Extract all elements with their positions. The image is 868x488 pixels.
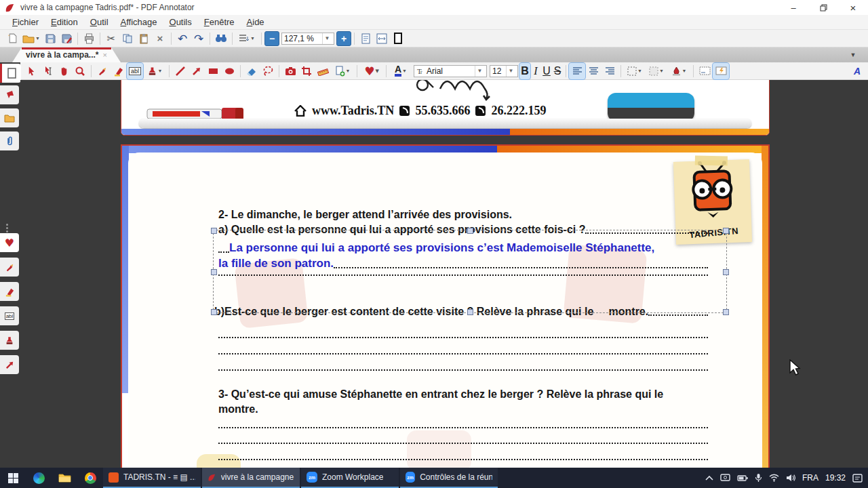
lasso-tool-button[interactable] bbox=[260, 63, 276, 79]
single-page-view-button[interactable] bbox=[390, 30, 406, 47]
fit-page-button[interactable] bbox=[357, 30, 374, 47]
selection-handle-bottom-left[interactable] bbox=[211, 309, 217, 315]
tab-list-dropdown-button[interactable]: ▼ bbox=[846, 49, 860, 60]
taskbar-window-tadris[interactable]: TADRIS.TN - ≡ ▤ ...قرن bbox=[103, 468, 201, 488]
tray-expand-chevron-icon[interactable] bbox=[705, 475, 713, 481]
strikethrough-button[interactable]: S bbox=[552, 63, 563, 79]
start-button[interactable] bbox=[0, 468, 26, 488]
italic-button[interactable]: I bbox=[530, 63, 541, 79]
menu-outil[interactable]: Outil bbox=[85, 16, 114, 28]
menu-fenetre[interactable]: Fenêtre bbox=[199, 16, 240, 28]
textbox-tool-button[interactable]: abl bbox=[127, 63, 143, 79]
underline-button[interactable]: U bbox=[541, 63, 552, 79]
align-center-button[interactable] bbox=[585, 63, 601, 79]
form-field-button[interactable] bbox=[696, 63, 713, 79]
microphone-icon[interactable] bbox=[755, 473, 762, 483]
chrome-taskbar-icon[interactable] bbox=[77, 468, 103, 488]
bold-button[interactable]: B bbox=[519, 63, 530, 79]
close-button[interactable]: × bbox=[838, 0, 868, 15]
new-document-button[interactable] bbox=[4, 30, 20, 47]
fit-width-button[interactable] bbox=[374, 30, 390, 47]
bookmarks-panel-tab[interactable] bbox=[0, 85, 19, 104]
cut-button[interactable]: ✂ bbox=[103, 30, 119, 47]
speaker-icon[interactable] bbox=[786, 474, 795, 482]
paste-button[interactable] bbox=[136, 30, 152, 47]
pages-panel-tab[interactable] bbox=[0, 64, 21, 83]
sidebar-stamp-tool[interactable] bbox=[0, 331, 19, 350]
align-right-button[interactable] bbox=[601, 63, 618, 79]
file-explorer-taskbar-icon[interactable] bbox=[52, 468, 77, 488]
insert-page-tool-button[interactable]: ▼ bbox=[331, 63, 354, 79]
battery-icon[interactable] bbox=[737, 474, 748, 482]
stamp-tool-button[interactable]: ▼ bbox=[143, 63, 166, 79]
menu-edition[interactable]: Edition bbox=[45, 16, 83, 28]
select-tool-button[interactable] bbox=[23, 63, 39, 79]
copy-button[interactable] bbox=[119, 30, 136, 47]
menu-aide[interactable]: Aide bbox=[241, 16, 270, 28]
tab-close-icon[interactable]: × bbox=[102, 51, 106, 59]
tab-vivre-a-la-campagne[interactable]: vivre à la campa...* × bbox=[12, 47, 121, 62]
document-view[interactable]: www.Tadris.TN 55.635.666 26.222.159 bbox=[20, 80, 868, 468]
highlighter-tool-button[interactable] bbox=[111, 63, 127, 79]
screen-share-icon[interactable] bbox=[720, 474, 730, 483]
undo-button[interactable]: ↶ bbox=[174, 30, 191, 47]
edge-taskbar-icon[interactable] bbox=[26, 468, 52, 488]
open-button[interactable]: ▼ bbox=[20, 30, 42, 47]
print-button[interactable] bbox=[81, 30, 97, 47]
taskbar-window-zoom[interactable]: zm Zoom Workplace bbox=[301, 468, 399, 488]
menu-affichage[interactable]: Affichage bbox=[115, 16, 163, 28]
eraser-tool-button[interactable] bbox=[243, 63, 260, 79]
pen-tool-button[interactable] bbox=[94, 63, 111, 79]
sidebar-pen-tool[interactable] bbox=[0, 258, 19, 277]
find-button[interactable] bbox=[213, 30, 229, 47]
zoom-in-button[interactable]: + bbox=[336, 31, 351, 46]
font-size-combobox[interactable]: 12 ▼ bbox=[490, 65, 518, 77]
menu-fichier[interactable]: Fichier bbox=[7, 16, 44, 28]
save-button[interactable] bbox=[42, 30, 58, 47]
sidebar-arrow-tool[interactable] bbox=[0, 355, 19, 374]
zoom-out-button[interactable]: − bbox=[264, 31, 279, 46]
pan-tool-button[interactable] bbox=[56, 63, 72, 79]
arrow-tool-button[interactable] bbox=[189, 63, 205, 79]
font-color-button[interactable]: A▼ bbox=[389, 63, 412, 79]
text-select-tool-button[interactable] bbox=[39, 63, 56, 79]
action-center-icon[interactable] bbox=[852, 474, 863, 483]
zoom-level-combobox[interactable]: 127,1 % ▼ bbox=[281, 33, 334, 45]
taskbar-window-zoom-controls[interactable]: zm Contrôles de la réuni... bbox=[400, 468, 498, 488]
border-style-button[interactable]: ▼ bbox=[624, 63, 646, 79]
fill-color-button[interactable]: ▼ bbox=[667, 63, 690, 79]
sidebar-favorites-heart-tool[interactable]: ♥ bbox=[0, 233, 19, 252]
selection-handle-bottom-right[interactable] bbox=[723, 309, 729, 315]
toolbar-sidebar-toggle-button[interactable]: A bbox=[849, 63, 865, 79]
language-indicator[interactable]: FRA bbox=[802, 473, 818, 483]
redo-button[interactable]: ↷ bbox=[191, 30, 207, 47]
selection-handle-top-left[interactable] bbox=[211, 228, 217, 234]
annotation-list-button[interactable]: ▼ bbox=[235, 30, 258, 47]
sidebar-textbox-tool[interactable]: abl bbox=[0, 306, 19, 325]
taskbar-window-pdf-annotator[interactable]: vivre à la campagne T... bbox=[202, 468, 300, 488]
save-as-button[interactable] bbox=[58, 30, 75, 47]
ellipse-tool-button[interactable] bbox=[221, 63, 237, 79]
favorites-tool-button[interactable]: ♥▼ bbox=[360, 63, 383, 79]
zoom-tool-button[interactable] bbox=[72, 63, 88, 79]
selection-handle-middle-right[interactable] bbox=[723, 269, 729, 275]
sidebar-highlighter-tool[interactable] bbox=[0, 282, 19, 301]
border-width-button[interactable]: ▼ bbox=[646, 63, 667, 79]
selection-handle-top-right[interactable] bbox=[723, 228, 729, 234]
font-family-combobox[interactable]: Tr Arial ▼ bbox=[414, 65, 487, 77]
menu-outils[interactable]: Outils bbox=[164, 16, 197, 28]
clock[interactable]: 19:32 bbox=[825, 473, 846, 483]
annotation-selection-box[interactable] bbox=[213, 230, 727, 313]
align-left-button[interactable] bbox=[569, 63, 585, 79]
selection-handle-bottom-middle[interactable] bbox=[467, 309, 473, 315]
measure-tool-button[interactable] bbox=[315, 63, 331, 79]
folders-panel-tab[interactable] bbox=[0, 108, 19, 127]
minimize-button[interactable]: – bbox=[778, 0, 808, 15]
wifi-icon[interactable] bbox=[769, 474, 779, 482]
restore-button[interactable] bbox=[808, 0, 838, 15]
delete-button[interactable]: × bbox=[152, 30, 168, 47]
line-tool-button[interactable] bbox=[172, 63, 189, 79]
rectangle-tool-button[interactable] bbox=[205, 63, 221, 79]
auto-form-field-button[interactable] bbox=[713, 63, 729, 79]
snapshot-tool-button[interactable] bbox=[282, 63, 298, 79]
